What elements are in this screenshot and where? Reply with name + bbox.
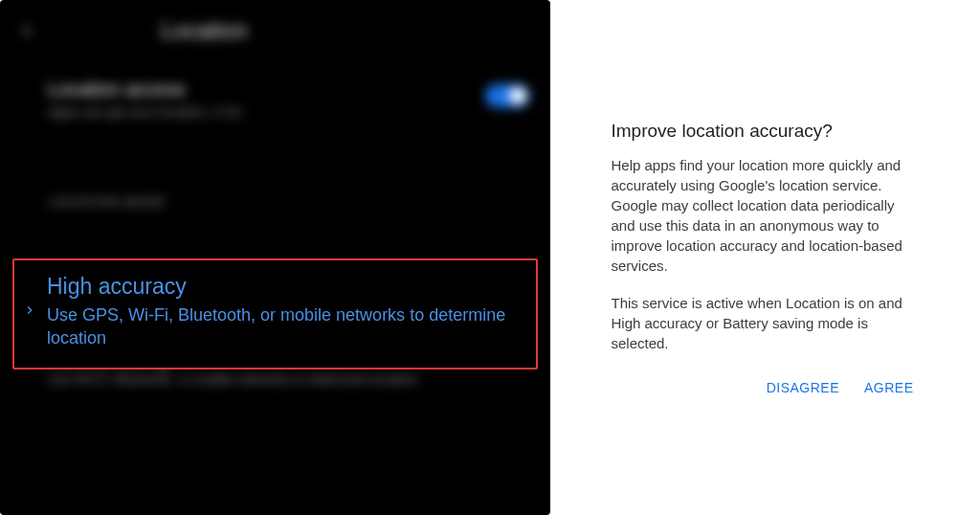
location-access-subtitle: Apps can get your location, 4 On	[48, 104, 242, 120]
improve-location-accuracy-dialog: Improve location accuracy? Help apps fin…	[608, 121, 924, 395]
location-access-text: Location access Apps can get your locati…	[48, 78, 242, 120]
location-access-row[interactable]: Location access Apps can get your locati…	[0, 61, 550, 137]
location-access-title: Location access	[48, 78, 242, 101]
high-accuracy-row[interactable]: High accuracy Use GPS, Wi-Fi, Bluetooth,…	[12, 258, 538, 369]
dialog-body: Help apps find your location more quickl…	[612, 155, 920, 353]
location-mode-section-label: LOCATION MODE	[0, 175, 550, 217]
high-accuracy-title: High accuracy	[47, 274, 519, 300]
battery-saving-subtitle: Use Wi-Fi, Bluetooth, or mobile networks…	[48, 371, 529, 387]
chevron-right-icon	[22, 302, 37, 318]
location-access-toggle[interactable]	[485, 84, 529, 107]
disagree-button[interactable]: DISAGREE	[767, 380, 839, 395]
android-location-settings-panel: Location Location access Apps can get yo…	[0, 0, 550, 515]
dialog-title: Improve location accuracy?	[612, 121, 920, 142]
dialog-body-paragraph-2: This service is active when Location is …	[612, 293, 920, 353]
dialog-actions: DISAGREE AGREE	[612, 380, 920, 395]
dialog-panel: Improve location accuracy? Help apps fin…	[550, 0, 980, 515]
back-icon[interactable]	[17, 21, 36, 40]
settings-header: Location	[0, 0, 550, 61]
page-title: Location	[161, 17, 248, 44]
high-accuracy-subtitle: Use GPS, Wi-Fi, Bluetooth, or mobile net…	[47, 303, 519, 350]
dialog-body-paragraph-1: Help apps find your location more quickl…	[612, 155, 920, 276]
agree-button[interactable]: AGREE	[864, 380, 914, 395]
